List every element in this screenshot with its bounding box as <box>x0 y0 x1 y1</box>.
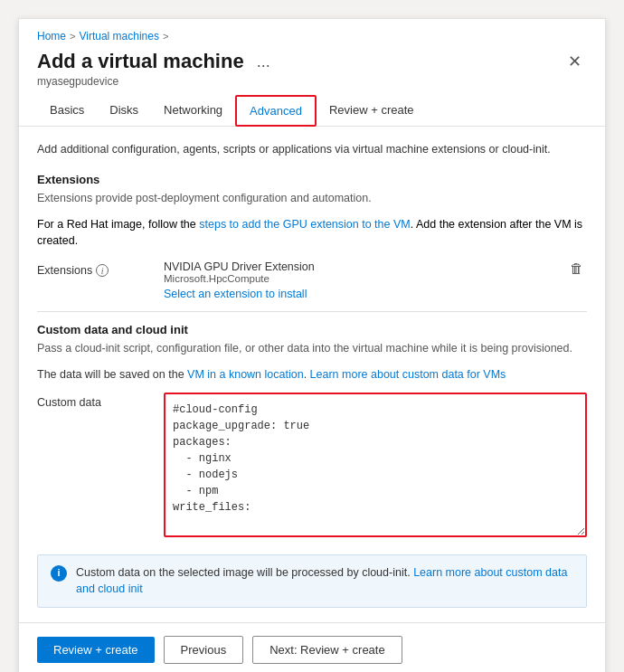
custom-data-desc2: The data will be saved on the VM in a kn… <box>37 366 587 383</box>
header: Add a virtual machine ... ✕ <box>19 46 605 75</box>
extension-provider: Microsoft.HpcCompute <box>164 273 315 284</box>
info-box-text: Custom data on the selected image will b… <box>76 564 573 599</box>
extension-name: NVIDIA GPU Driver Extension <box>164 260 315 273</box>
tab-advanced[interactable]: Advanced <box>235 95 317 127</box>
desc2-text2: . <box>304 368 310 381</box>
breadcrumb-sep2: > <box>163 31 168 42</box>
breadcrumb-home[interactable]: Home <box>37 30 66 43</box>
info-box-text1: Custom data on the selected image will b… <box>76 566 413 579</box>
tab-basics[interactable]: Basics <box>37 95 97 127</box>
custom-data-textarea[interactable] <box>164 393 587 537</box>
info-box-icon: i <box>51 565 67 582</box>
panel: Home > Virtual machines > Add a virtual … <box>18 18 606 672</box>
tab-networking[interactable]: Networking <box>151 95 235 127</box>
page-title: Add a virtual machine <box>37 50 244 73</box>
tab-review-create[interactable]: Review + create <box>317 95 427 127</box>
extension-item: NVIDIA GPU Driver Extension Microsoft.Hp… <box>164 260 587 284</box>
next-button[interactable]: Next: Review + create <box>252 636 402 664</box>
custom-data-value <box>164 393 587 540</box>
content-area: Add additional configuration, agents, sc… <box>19 127 605 622</box>
select-extension-link[interactable]: Select an extension to install <box>164 288 587 300</box>
extensions-desc: Extensions provide post-deployment confi… <box>37 190 587 207</box>
close-button[interactable]: ✕ <box>563 50 587 73</box>
section-divider <box>37 311 587 312</box>
tab-disks[interactable]: Disks <box>97 95 151 127</box>
extensions-form-row: Extensions i NVIDIA GPU Driver Extension… <box>37 260 587 300</box>
extensions-label: Extensions i <box>37 260 155 277</box>
custom-data-title: Custom data and cloud init <box>37 323 587 336</box>
breadcrumb-sep1: > <box>70 31 75 42</box>
desc2-text1: The data will be saved on the <box>37 368 187 381</box>
section-description: Add additional configuration, agents, sc… <box>37 141 587 158</box>
gpu-extension-link[interactable]: steps to add the GPU extension to the VM <box>199 218 410 231</box>
vm-known-location-link[interactable]: VM in a known location <box>187 368 304 381</box>
ellipsis-button[interactable]: ... <box>251 51 276 73</box>
learn-more-custom-data-link[interactable]: Learn more about custom data for VMs <box>310 368 506 381</box>
delete-extension-button[interactable]: 🗑 <box>566 260 587 276</box>
previous-button[interactable]: Previous <box>164 636 244 664</box>
footer: Review + create Previous Next: Review + … <box>19 622 605 672</box>
custom-data-form-row: Custom data <box>37 393 587 540</box>
breadcrumb-vms[interactable]: Virtual machines <box>79 30 159 43</box>
title-area: Add a virtual machine ... <box>37 50 276 73</box>
tabs-bar: Basics Disks Networking Advanced Review … <box>19 95 605 127</box>
red-hat-notice: For a Red Hat image, follow the steps to… <box>37 216 587 251</box>
info-box: i Custom data on the selected image will… <box>37 554 587 609</box>
custom-data-desc1: Pass a cloud-init script, configuration … <box>37 340 587 357</box>
custom-data-section: Custom data and cloud init Pass a cloud-… <box>37 323 587 608</box>
extension-info: NVIDIA GPU Driver Extension Microsoft.Hp… <box>164 260 315 284</box>
extensions-info-icon[interactable]: i <box>96 264 109 277</box>
extensions-title: Extensions <box>37 173 587 186</box>
breadcrumb: Home > Virtual machines > <box>19 19 605 46</box>
extensions-value: NVIDIA GPU Driver Extension Microsoft.Hp… <box>164 260 587 300</box>
custom-data-label: Custom data <box>37 393 155 409</box>
review-create-button[interactable]: Review + create <box>37 637 155 663</box>
extensions-section: Extensions Extensions provide post-deplo… <box>37 173 587 300</box>
panel-subtitle: myasegpudevice <box>19 75 605 95</box>
red-hat-text1: For a Red Hat image, follow the <box>37 218 199 231</box>
